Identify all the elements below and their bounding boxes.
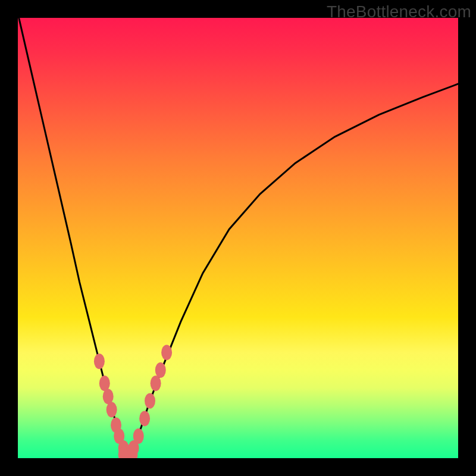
marker-point <box>133 428 144 444</box>
chart-svg <box>18 18 458 458</box>
marker-point <box>103 389 114 404</box>
chart-frame <box>18 18 458 458</box>
marker-point <box>161 345 172 360</box>
marker-point <box>107 402 117 418</box>
curve-group <box>18 18 458 458</box>
marker-group <box>94 345 172 458</box>
marker-point <box>155 362 166 378</box>
series-curve-right <box>128 84 458 458</box>
marker-point <box>94 353 105 369</box>
marker-point <box>139 411 150 426</box>
marker-point <box>145 393 155 409</box>
watermark-text: TheBottleneck.com <box>327 2 471 21</box>
marker-point <box>99 375 110 391</box>
marker-point <box>151 375 161 391</box>
